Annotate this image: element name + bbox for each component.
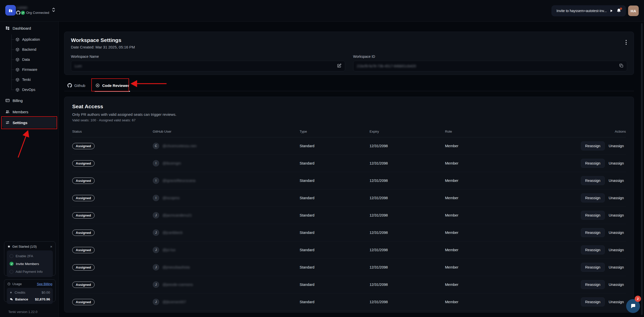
workspace-id-label: Workspace ID xyxy=(353,55,627,59)
reassign-button[interactable]: Reassign xyxy=(581,193,605,202)
seat-expiry: 12/31/2098 xyxy=(370,196,445,200)
status-badge: Assigned xyxy=(72,230,95,236)
table-row: Assigned J @jeeode-csemons Standard 12/3… xyxy=(72,276,626,293)
usage-panel: Credits $0.00 Balance $2,870.96 xyxy=(7,288,53,304)
unassign-button[interactable]: Unassign xyxy=(607,298,626,306)
get-started-item-invite-members[interactable]: Invite Members xyxy=(10,261,50,266)
reassign-button[interactable]: Reassign xyxy=(581,297,605,306)
user-avatar-letter: J xyxy=(153,299,159,305)
unchecked-circle-icon xyxy=(10,270,13,274)
reassign-button[interactable]: Reassign xyxy=(581,245,605,254)
tab-label: Code Reviewer xyxy=(102,83,129,88)
sidebar-item-firmware[interactable]: Firmware xyxy=(0,65,59,75)
unassign-button[interactable]: Unassign xyxy=(607,263,626,272)
page-title: Workspace Settings xyxy=(71,37,627,43)
more-options-button[interactable] xyxy=(624,38,628,46)
github-username: @jbcemen007 xyxy=(163,300,186,304)
sidebar-item-tenki[interactable]: Tenki xyxy=(0,75,59,85)
seat-type: Standard xyxy=(300,265,370,269)
unassign-button[interactable]: Unassign xyxy=(607,159,626,168)
seat-role: Member xyxy=(445,144,551,148)
unassign-button[interactable]: Unassign xyxy=(607,246,626,254)
seat-type: Standard xyxy=(300,231,370,235)
reassign-button[interactable]: Reassign xyxy=(581,159,605,168)
get-started-item-label: Add Payment Info xyxy=(16,270,43,274)
app-root: Lumen Org Connected Invite to hayssem+au… xyxy=(0,0,644,317)
workspace-id-input[interactable]: 21bcf9-fa78-73b-4517-84bb51cb420 xyxy=(353,61,627,71)
org-logo[interactable] xyxy=(5,5,16,16)
user-avatar-letter: J xyxy=(153,281,159,288)
edit-icon[interactable] xyxy=(337,64,341,69)
seat-type: Standard xyxy=(300,179,370,183)
user-avatar-letter: C xyxy=(153,143,159,149)
invite-button[interactable]: Invite to hayssem+autotest-inv... xyxy=(551,5,626,16)
seat-table-body: Assigned C @chcemcetessu.nen Standard 12… xyxy=(72,137,626,311)
sidebar-item-label: Billing xyxy=(13,98,23,103)
github-icon xyxy=(16,11,20,15)
seat-role: Member xyxy=(445,231,551,235)
sidebar-item-billing[interactable]: Billing xyxy=(0,95,59,105)
get-started-item-label: Enable 2FA xyxy=(16,254,33,258)
status-badge: Assigned xyxy=(72,160,95,167)
column-header-role: Role xyxy=(445,130,551,133)
see-billing-link[interactable]: See Billing xyxy=(37,282,52,286)
sidebar: Dashboard Application Backend Data Firmw… xyxy=(0,0,59,317)
sidebar-item-devops[interactable]: DevOps xyxy=(0,85,59,95)
sidebar-item-data[interactable]: Data xyxy=(0,55,59,65)
seat-type: Standard xyxy=(300,300,370,304)
notifications-bell[interactable] xyxy=(616,8,622,14)
workspace-name-input[interactable]: Lum xyxy=(71,61,345,71)
sidebar-item-dashboard[interactable]: Dashboard xyxy=(0,23,59,33)
copy-icon[interactable] xyxy=(619,64,623,69)
get-started-item-enable-2fa[interactable]: Enable 2FA xyxy=(10,253,50,258)
seat-type: Standard xyxy=(300,283,370,287)
usage-row-balance: Balance $2,870.96 xyxy=(10,297,50,302)
sidebar-item-application[interactable]: Application xyxy=(0,34,59,44)
unassign-button[interactable]: Unassign xyxy=(607,228,626,237)
column-header-actions: Actions xyxy=(551,130,626,133)
checked-circle-icon xyxy=(10,262,14,266)
reassign-button[interactable]: Reassign xyxy=(581,141,605,150)
unassign-button[interactable]: Unassign xyxy=(607,194,626,202)
github-username: @igraciofiteucscana xyxy=(163,179,195,183)
seat-expiry: 12/31/2098 xyxy=(370,265,445,269)
seat-role: Member xyxy=(445,179,551,183)
unassign-button[interactable]: Unassign xyxy=(607,280,626,289)
table-row: Assigned I @ibcemgm Standard 12/31/2098 … xyxy=(72,155,626,172)
user-avatar[interactable]: HA xyxy=(628,6,639,16)
seat-type: Standard xyxy=(300,144,370,148)
code-reviewer-icon xyxy=(95,83,100,88)
tab-github[interactable]: Github xyxy=(64,80,89,91)
reassign-button[interactable]: Reassign xyxy=(581,176,605,185)
seat-expiry: 12/31/2098 xyxy=(370,300,445,304)
github-username: @chcemcetessu.nen xyxy=(163,144,197,148)
sidebar-item-settings[interactable]: Settings xyxy=(2,117,57,128)
seat-type: Standard xyxy=(300,161,370,165)
workspace-settings-card: Workspace Settings Date Created: Mar 31 … xyxy=(64,32,634,75)
workspace-name-field: Workspace Name Lum xyxy=(71,55,345,71)
reassign-button[interactable]: Reassign xyxy=(581,263,605,272)
usage-title: Usage xyxy=(12,282,22,286)
reassign-button[interactable]: Reassign xyxy=(581,211,605,220)
seat-role: Member xyxy=(445,161,551,165)
dashboard-grid-icon xyxy=(5,26,10,30)
get-started-title: Get Started (1/3) xyxy=(12,245,37,248)
org-switcher-caret[interactable] xyxy=(52,7,55,14)
seat-role: Member xyxy=(445,265,551,269)
reassign-button[interactable]: Reassign xyxy=(581,280,605,289)
reassign-button[interactable]: Reassign xyxy=(581,228,605,237)
unassign-button[interactable]: Unassign xyxy=(607,142,626,150)
sidebar-item-members[interactable]: Members xyxy=(0,107,59,117)
seat-role: Member xyxy=(445,300,551,304)
tab-code-reviewer[interactable]: Code Reviewer xyxy=(92,80,133,91)
unassign-button[interactable]: Unassign xyxy=(607,176,626,185)
vertical-scrollbar[interactable] xyxy=(641,23,643,315)
cube-icon xyxy=(15,47,20,52)
get-started-item-add-payment[interactable]: Add Payment Info xyxy=(10,269,50,274)
sidebar-item-label: DevOps xyxy=(22,88,35,92)
workspace-name-value: Lum xyxy=(75,64,82,68)
chat-bubble-icon xyxy=(630,303,636,309)
close-icon[interactable]: × xyxy=(50,245,52,248)
unassign-button[interactable]: Unassign xyxy=(607,211,626,220)
sidebar-item-backend[interactable]: Backend xyxy=(0,44,59,55)
